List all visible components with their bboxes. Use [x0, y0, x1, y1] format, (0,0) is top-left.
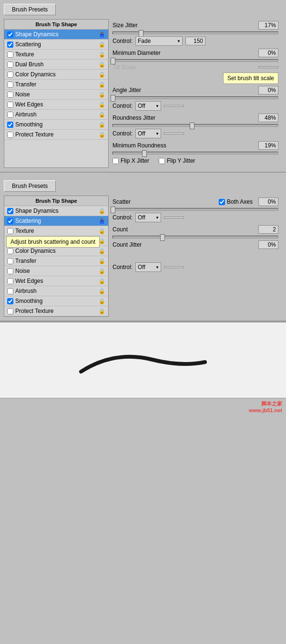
lock-icon-scattering-1: 🔒: [99, 41, 105, 48]
checkbox-transfer-1[interactable]: [7, 82, 13, 88]
checkbox-color-dynamics-1[interactable]: [7, 72, 13, 78]
checkbox-transfer-2[interactable]: [7, 258, 13, 264]
roundness-jitter-control-value-field: [164, 133, 184, 135]
lock-icon-shape-dynamics-2: 🔒: [99, 208, 105, 214]
scatter-slider-track[interactable]: [112, 208, 278, 211]
sidebar-item-transfer-1[interactable]: Transfer 🔒: [4, 80, 108, 90]
count-slider-thumb[interactable]: [160, 234, 165, 241]
checkbox-scattering-1[interactable]: [7, 42, 13, 48]
size-jitter-slider-thumb[interactable]: [139, 30, 143, 37]
checkbox-smoothing-2[interactable]: [7, 298, 13, 304]
sidebar-item-smoothing-2[interactable]: Smoothing 🔒: [4, 296, 108, 306]
sidebar-item-noise-1[interactable]: Noise 🔒: [4, 90, 108, 100]
sidebar-item-wet-edges-2[interactable]: Wet Edges 🔒: [4, 276, 108, 286]
panel1-sidebar: Brush Tip Shape Shape Dynamics 🔒 Scatter…: [4, 19, 109, 168]
checkbox-texture-1[interactable]: [7, 52, 13, 58]
count-jitter-control-select-wrapper[interactable]: Off Fade: [135, 262, 161, 272]
min-roundness-slider-container: [112, 152, 278, 155]
sidebar-item-color-dynamics-1[interactable]: Color Dynamics 🔒: [4, 70, 108, 80]
flip-y-label: Flip Y Jitter: [167, 157, 195, 164]
checkbox-dual-brush-1[interactable]: [7, 62, 13, 68]
checkbox-protect-texture-1[interactable]: [7, 132, 13, 138]
checkbox-scattering-2[interactable]: [7, 218, 13, 224]
size-jitter-slider-container: [112, 31, 278, 34]
sidebar-item-scattering-1[interactable]: Scattering 🔒: [4, 40, 108, 50]
watermark-line2: www.jb51.net: [4, 407, 282, 413]
panel-scattering: Brush Presets Brush Tip Shape Shape Dyna…: [0, 177, 286, 322]
sidebar-item-color-dynamics-2[interactable]: Color Dynamics 🔒: [4, 246, 108, 256]
scatter-control-select[interactable]: Off Fade: [135, 213, 161, 222]
panel1-body: Brush Tip Shape Shape Dynamics 🔒 Scatter…: [4, 19, 282, 168]
scatter-control-select-wrapper[interactable]: Off Fade: [135, 213, 161, 222]
size-jitter-slider-track[interactable]: [112, 31, 278, 34]
count-jitter-control-select[interactable]: Off Fade: [135, 262, 161, 272]
lock-icon-texture-2: 🔒: [99, 228, 105, 234]
angle-jitter-slider-thumb[interactable]: [111, 95, 115, 102]
size-jitter-control-select[interactable]: Fade Off Pen Pressure: [135, 36, 183, 46]
checkbox-smoothing-1[interactable]: [7, 122, 13, 128]
sidebar-item-scattering-2[interactable]: Scattering 🔒: [4, 216, 108, 226]
count-slider-track[interactable]: [112, 236, 278, 239]
brush-presets-button-2[interactable]: Brush Presets: [4, 180, 56, 192]
roundness-jitter-control-select[interactable]: Off Fade: [135, 129, 161, 138]
count-row: Count 2: [112, 225, 278, 234]
roundness-jitter-control-select-wrapper[interactable]: Off Fade: [135, 129, 161, 138]
count-jitter-control-value-field: [164, 266, 184, 268]
checkbox-airbrush-1[interactable]: [7, 112, 13, 118]
checkbox-shape-dynamics-1[interactable]: [7, 31, 13, 38]
angle-jitter-control-select-wrapper[interactable]: Off Fade: [135, 101, 161, 111]
sidebar-item-shape-dynamics-1[interactable]: Shape Dynamics 🔒: [4, 30, 108, 40]
sidebar-item-noise-2[interactable]: Noise 🔒: [4, 266, 108, 276]
checkbox-noise-1[interactable]: [7, 92, 13, 98]
scatter-slider-thumb[interactable]: [111, 207, 115, 213]
min-roundness-value: 19%: [258, 141, 278, 150]
roundness-jitter-slider-track[interactable]: [112, 124, 278, 127]
both-axes-checkbox[interactable]: [219, 199, 225, 205]
checkbox-texture-2[interactable]: [7, 228, 13, 234]
sidebar-item-protect-texture-2[interactable]: Protect Texture 🔒: [4, 306, 108, 316]
tilt-scale-container: Tilt Scale Set brush tilt scale: [112, 64, 278, 84]
checkbox-airbrush-2[interactable]: [7, 288, 13, 294]
brush-stroke-svg: [76, 341, 210, 379]
checkbox-wet-edges-2[interactable]: [7, 278, 13, 284]
size-jitter-control-select-wrapper[interactable]: Fade Off Pen Pressure: [135, 36, 183, 46]
sidebar-item-smoothing-1[interactable]: Smoothing 🔒: [4, 120, 108, 130]
sidebar-item-texture-1[interactable]: Texture 🔒: [4, 50, 108, 60]
checkbox-wet-edges-1[interactable]: [7, 102, 13, 108]
min-roundness-slider-track[interactable]: [112, 152, 278, 155]
sidebar-item-dual-brush-1[interactable]: Dual Brush 🔒: [4, 60, 108, 70]
scatter-control-row: Control: Off Fade: [112, 213, 278, 222]
sidebar-item-airbrush-1[interactable]: Airbrush 🔒: [4, 110, 108, 120]
sidebar-item-shape-dynamics-2[interactable]: Shape Dynamics 🔒: [4, 206, 108, 216]
checkbox-color-dynamics-2[interactable]: [7, 248, 13, 254]
sidebar-item-airbrush-2[interactable]: Airbrush 🔒: [4, 286, 108, 296]
angle-jitter-slider-track[interactable]: [112, 96, 278, 99]
lock-icon-protect-texture-2: 🔒: [99, 308, 105, 314]
flip-y-checkbox[interactable]: [159, 158, 165, 164]
sidebar-label-scattering-2: Scattering: [15, 218, 97, 224]
sidebar-item-texture-2[interactable]: Texture 🔒: [4, 226, 108, 236]
flip-x-checkbox[interactable]: [112, 158, 119, 164]
sidebar-label-transfer-2: Transfer: [15, 258, 97, 264]
lock-icon-smoothing-2: 🔒: [99, 298, 105, 304]
min-diameter-slider-container: [112, 59, 278, 62]
both-axes-label: Both Axes: [227, 198, 253, 205]
sidebar-label-shape-dynamics-2: Shape Dynamics: [15, 208, 97, 214]
lock-icon-color-dynamics-1: 🔒: [99, 71, 105, 78]
sidebar-item-wet-edges-1[interactable]: Wet Edges 🔒: [4, 100, 108, 110]
checkbox-protect-texture-2[interactable]: [7, 308, 13, 314]
min-roundness-slider-thumb[interactable]: [142, 150, 147, 157]
count-label: Count: [112, 226, 256, 233]
angle-jitter-control-select[interactable]: Off Fade: [135, 101, 161, 111]
size-jitter-control-label: Control:: [112, 38, 133, 44]
sidebar-item-transfer-2[interactable]: Transfer 🔒: [4, 256, 108, 266]
checkbox-noise-2[interactable]: [7, 268, 13, 274]
count-jitter-label: Count Jitter: [112, 241, 256, 248]
min-diameter-slider-thumb[interactable]: [111, 58, 115, 64]
sidebar-item-protect-texture-1[interactable]: Protect Texture 🔒: [4, 130, 108, 140]
roundness-jitter-slider-thumb[interactable]: [190, 123, 194, 129]
tilt-scale-tooltip-wrapper: Set brush tilt scale: [112, 73, 278, 84]
brush-presets-button-1[interactable]: Brush Presets: [4, 4, 56, 15]
min-diameter-slider-track[interactable]: [112, 59, 278, 62]
checkbox-shape-dynamics-2[interactable]: [7, 208, 13, 214]
